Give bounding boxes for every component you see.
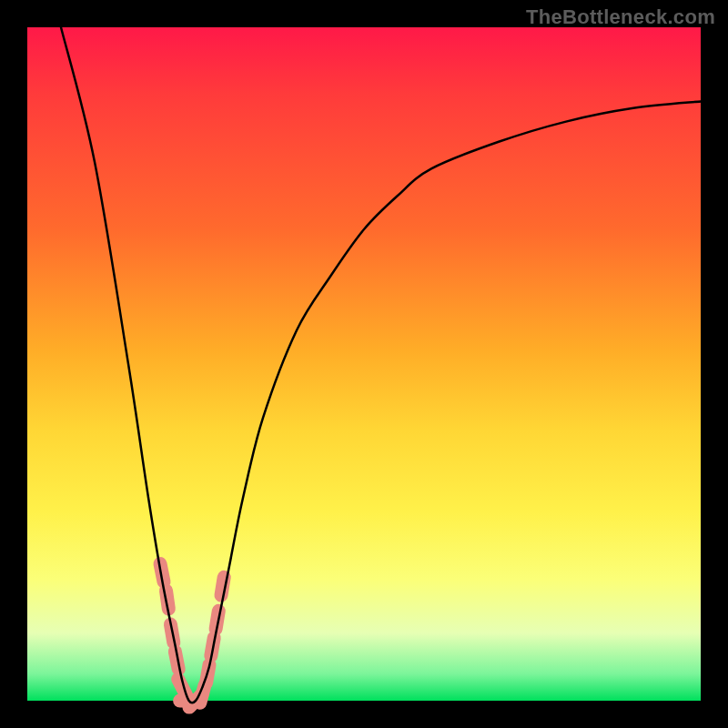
chart-frame: TheBottleneck.com [0, 0, 728, 728]
plot-area [27, 27, 701, 701]
bottleneck-curve [61, 27, 701, 703]
attribution-text: TheBottleneck.com [526, 5, 715, 29]
curve-layer [27, 27, 701, 701]
